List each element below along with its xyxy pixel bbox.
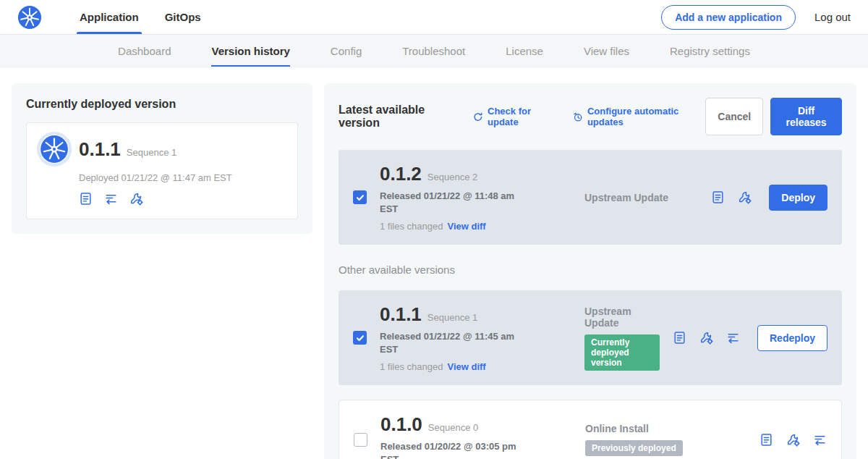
edit-config-icon[interactable] [699, 331, 713, 345]
diff-releases-button[interactable]: Diff releases [770, 98, 842, 135]
version-checkbox-0-1-2[interactable] [353, 190, 367, 204]
edit-config-icon[interactable] [129, 192, 143, 206]
configure-automatic-updates-link[interactable]: Configure automatic updates [573, 106, 705, 127]
other-versions-title: Other available versions [339, 264, 842, 276]
subnav-label-troubleshoot: Troubleshoot [402, 45, 465, 57]
subnav-item-config[interactable]: Config [331, 35, 362, 67]
version-checkbox-0-1-1[interactable] [353, 331, 367, 345]
files-changed-label: 1 files changed [380, 221, 443, 232]
sequence-label: Sequence 0 [428, 422, 478, 433]
subnav-item-view-files[interactable]: View files [584, 35, 629, 67]
version-row-0-1-0: 0.1.0 Sequence 0 Released 01/20/22 @ 03:… [339, 400, 842, 459]
kubernetes-logo-icon [17, 5, 42, 30]
check-for-update-label: Check for update [488, 106, 557, 127]
sequence-label: Sequence 1 [427, 312, 477, 323]
subnav-item-version-history[interactable]: Version history [211, 35, 289, 67]
view-diff-link[interactable]: View diff [447, 361, 485, 372]
subnav-label-config: Config [331, 45, 362, 57]
view-diff-link[interactable]: View diff [447, 221, 485, 232]
version-number: 0.1.2 [380, 163, 422, 185]
currently-deployed-title: Currently deployed version [26, 98, 298, 111]
release-notes-icon[interactable] [673, 331, 686, 345]
main-content: Currently deployed version [0, 67, 868, 459]
subnav-label-dashboard: Dashboard [118, 45, 171, 57]
view-diff-icon[interactable] [104, 192, 118, 206]
logout-link[interactable]: Log out [814, 11, 851, 23]
check-for-update-link[interactable]: Check for update [473, 106, 557, 127]
release-notes-icon[interactable] [760, 433, 773, 447]
tab-gitops-label: GitOps [165, 11, 201, 23]
latest-version-title: Latest available version [339, 104, 457, 130]
check-icon [356, 193, 365, 202]
subnav-label-view-files: View files [584, 45, 629, 57]
cancel-button[interactable]: Cancel [705, 98, 763, 135]
previously-deployed-badge: Previously deployed [585, 440, 683, 456]
released-timestamp: Released 01/21/22 @ 11:48 am EST [380, 190, 521, 215]
currently-deployed-badge: Currently deployed version [584, 334, 660, 371]
version-row-0-1-2: 0.1.2 Sequence 2 Released 01/21/22 @ 11:… [339, 150, 842, 245]
tab-application-label: Application [80, 11, 139, 23]
deployed-version-card: 0.1.1 Sequence 1 Deployed 01/21/22 @ 11:… [26, 122, 298, 219]
configure-automatic-updates-label: Configure automatic updates [587, 106, 705, 127]
edit-config-icon[interactable] [738, 190, 752, 204]
sequence-label: Sequence 2 [427, 172, 477, 182]
version-source-label: Upstream Update [584, 192, 698, 203]
check-icon [356, 334, 365, 342]
currently-deployed-panel: Currently deployed version [12, 83, 312, 234]
subnav-item-troubleshoot[interactable]: Troubleshoot [402, 35, 465, 67]
schedule-clock-icon [573, 111, 583, 122]
deployed-version-number: 0.1.1 [79, 138, 121, 161]
subnav-label-registry-settings: Registry settings [670, 45, 750, 57]
subnav-item-dashboard[interactable]: Dashboard [118, 35, 171, 67]
tab-gitops[interactable]: GitOps [152, 0, 214, 34]
release-notes-icon[interactable] [711, 190, 725, 204]
app-logo [17, 0, 42, 34]
release-notes-icon[interactable] [79, 192, 93, 206]
view-diff-icon[interactable] [813, 433, 827, 447]
tab-application[interactable]: Application [67, 0, 152, 34]
redeploy-button[interactable]: Redeploy [757, 325, 827, 351]
subnav-label-license: License [506, 45, 543, 57]
kubernetes-version-icon [40, 135, 69, 164]
version-row-0-1-1: 0.1.1 Sequence 1 Released 01/21/22 @ 11:… [339, 290, 842, 385]
add-new-application-button[interactable]: Add a new application [661, 5, 796, 30]
edit-config-icon[interactable] [786, 433, 800, 447]
version-number: 0.1.1 [380, 303, 422, 326]
deploy-button[interactable]: Deploy [769, 185, 827, 211]
view-diff-icon[interactable] [726, 331, 740, 345]
subnav-item-license[interactable]: License [506, 35, 543, 67]
released-timestamp: Released 01/21/22 @ 11:45 am EST [380, 330, 521, 355]
version-source-label: Upstream Update [584, 306, 660, 329]
version-source-label: Online Install [585, 423, 746, 434]
subnav-item-registry-settings[interactable]: Registry settings [670, 35, 750, 67]
refresh-icon [473, 111, 483, 122]
version-checkbox-0-1-0[interactable] [354, 433, 367, 447]
deployed-sequence-label: Sequence 1 [127, 147, 176, 158]
deployed-timestamp: Deployed 01/21/22 @ 11:47 am EST [79, 172, 284, 183]
subnav: Dashboard Version history Config Trouble… [0, 35, 868, 67]
released-timestamp: Released 01/20/22 @ 03:05 pm EST [380, 440, 522, 459]
top-navbar: Application GitOps Add a new application… [0, 0, 868, 35]
latest-version-panel: Latest available version Check for updat… [324, 83, 856, 459]
files-changed-label: 1 files changed [380, 361, 443, 372]
subnav-label-version-history: Version history [211, 45, 289, 57]
version-number: 0.1.0 [380, 413, 422, 436]
